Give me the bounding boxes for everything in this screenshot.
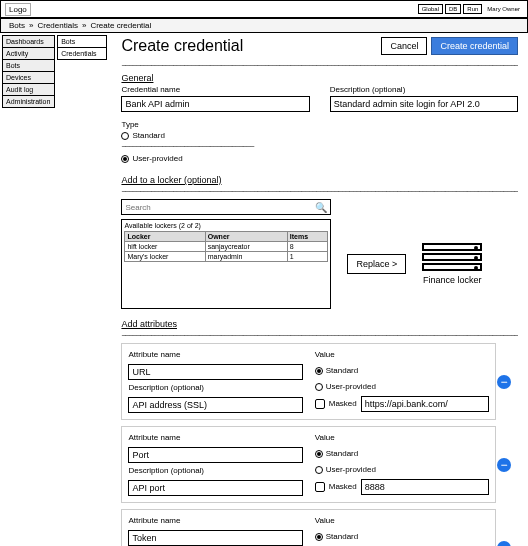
attr-name-input[interactable] — [128, 364, 302, 380]
locker-list-panel: Available lockers (2 of 2) Locker Owner … — [121, 219, 331, 309]
attr-name-label: Attribute name — [128, 350, 302, 359]
value-standard-radio[interactable]: Standard — [315, 532, 489, 541]
masked-checkbox[interactable] — [315, 399, 325, 409]
top-user-label: Mary Owner — [484, 5, 523, 13]
attr-desc-label: Description (optional) — [128, 383, 302, 392]
locker-table: Locker Owner Items hift lockersanjaycrea… — [124, 231, 328, 262]
value-userprovided-radio[interactable]: User-provided — [315, 382, 489, 391]
server-icon — [422, 263, 482, 271]
type-label: Type — [121, 120, 518, 129]
attr-value-label: Value — [315, 433, 489, 442]
attr-name-input[interactable] — [128, 530, 302, 546]
divider: ~~~~~~~~~~~~~~~~~~~~~~~~~~~~~~~~~~~~ — [121, 142, 261, 148]
search-icon: 🔍 — [315, 202, 327, 213]
attr-desc-input[interactable] — [128, 397, 302, 413]
remove-attribute-button[interactable]: − — [497, 458, 511, 472]
selected-locker: Finance locker — [422, 243, 482, 285]
subnav-item-credentials[interactable]: Credentials — [57, 47, 107, 60]
attr-name-input[interactable] — [128, 447, 302, 463]
section-locker: Add to a locker (optional) — [121, 175, 518, 185]
breadcrumb-c: Create credential — [90, 21, 151, 30]
divider: ~~~~~~~~~~~~~~~~~~~~~~~~~~~~~~~~~~~~~~~~… — [121, 61, 518, 67]
attr-desc-label: Description (optional) — [128, 466, 302, 475]
credential-name-input[interactable] — [121, 96, 309, 112]
credential-desc-input[interactable] — [330, 96, 518, 112]
locker-col-items[interactable]: Items — [287, 232, 328, 242]
attr-value-input[interactable] — [361, 396, 489, 412]
remove-attribute-button[interactable]: − — [497, 541, 511, 547]
sub-nav: Bots Credentials — [57, 35, 107, 59]
table-row[interactable]: Mary's lockermaryadmin1 — [125, 252, 328, 262]
attr-name-label: Attribute name — [128, 433, 302, 442]
masked-checkbox[interactable] — [315, 482, 325, 492]
type-standard-radio[interactable]: Standard — [121, 131, 518, 140]
masked-label: Masked — [329, 399, 357, 408]
create-credential-button[interactable]: Create credential — [431, 37, 518, 55]
top-btn-3[interactable]: Run — [463, 4, 482, 14]
logo: Logo — [5, 3, 31, 16]
attr-value-label: Value — [315, 516, 489, 525]
attr-value-input[interactable] — [361, 479, 489, 495]
divider: ~~~~~~~~~~~~~~~~~~~~~~~~~~~~~~~~~~~~~~~~… — [121, 187, 518, 193]
top-btn-2[interactable]: DB — [445, 4, 461, 14]
credential-name-label: Credential name — [121, 85, 309, 94]
table-row[interactable]: hift lockersanjaycreator8 — [125, 242, 328, 252]
left-nav: Dashboards Activity Bots Devices Audit l… — [2, 35, 55, 107]
page-title: Create credential — [121, 37, 377, 55]
server-icon — [422, 243, 482, 251]
remove-attribute-button[interactable]: − — [497, 375, 511, 389]
locker-col-name[interactable]: Locker — [125, 232, 205, 242]
top-btn-1[interactable]: Global — [418, 4, 443, 14]
locker-search[interactable]: 🔍 — [121, 199, 331, 215]
breadcrumb-a[interactable]: Bots — [9, 21, 25, 30]
cancel-button[interactable]: Cancel — [381, 37, 427, 55]
attr-value-label: Value — [315, 350, 489, 359]
sidebar-item-administration[interactable]: Administration — [2, 95, 55, 108]
credential-desc-label: Description (optional) — [330, 85, 518, 94]
replace-button[interactable]: Replace > — [347, 254, 406, 274]
locker-search-input[interactable] — [125, 203, 315, 212]
locker-col-owner[interactable]: Owner — [205, 232, 287, 242]
breadcrumb: Bots » Credentials » Create credential — [0, 18, 528, 33]
value-standard-radio[interactable]: Standard — [315, 449, 489, 458]
type-userprovided-radio[interactable]: User-provided — [121, 154, 518, 163]
value-standard-radio[interactable]: Standard — [315, 366, 489, 375]
attr-desc-input[interactable] — [128, 480, 302, 496]
selected-locker-name: Finance locker — [423, 275, 482, 285]
attribute-card: Attribute nameDescription (optional)Valu… — [121, 426, 496, 503]
server-icon — [422, 253, 482, 261]
divider: ~~~~~~~~~~~~~~~~~~~~~~~~~~~~~~~~~~~~~~~~… — [121, 331, 518, 337]
section-attributes: Add attributes — [121, 319, 518, 329]
section-general: General — [121, 73, 518, 83]
attribute-card: Attribute nameDescription (optional)Valu… — [121, 509, 496, 546]
attr-name-label: Attribute name — [128, 516, 302, 525]
locker-available-caption: Available lockers (2 of 2) — [124, 222, 328, 229]
masked-label: Masked — [329, 482, 357, 491]
attribute-card: Attribute nameDescription (optional)Valu… — [121, 343, 496, 420]
breadcrumb-b[interactable]: Credentials — [37, 21, 77, 30]
value-userprovided-radio[interactable]: User-provided — [315, 465, 489, 474]
